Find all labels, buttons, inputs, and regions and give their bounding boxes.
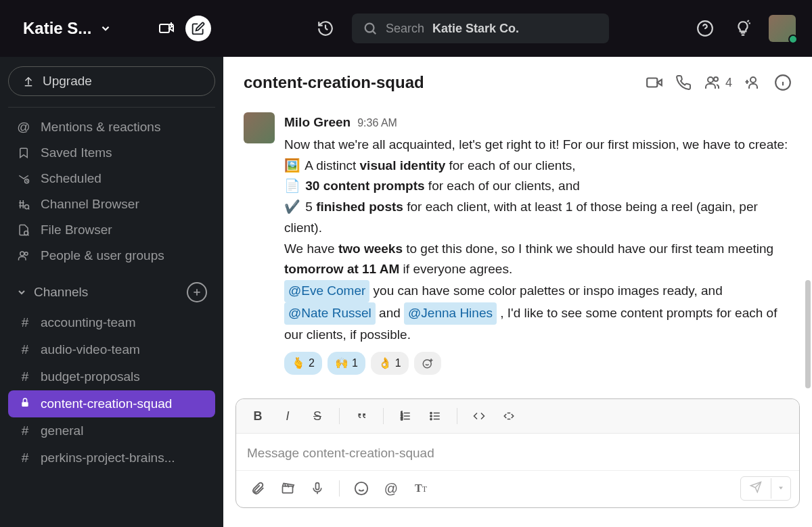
check-emoji: ✔️ (284, 197, 302, 218)
svg-point-13 (25, 205, 29, 209)
reaction-emoji: 👌 (378, 354, 392, 372)
nav-file-browser[interactable]: File Browser (8, 217, 215, 243)
quote-button[interactable] (348, 405, 375, 428)
strike-button[interactable]: S (304, 405, 331, 428)
hash-icon: # (19, 423, 31, 438)
nav-saved[interactable]: Saved Items (8, 140, 215, 166)
member-count: 4 (725, 76, 732, 90)
composer: B I S 123 Message content-creation-squad (235, 398, 800, 508)
send-options-button[interactable] (771, 478, 790, 499)
channel-content-creation-squad[interactable]: content-creation-squad (8, 390, 215, 417)
reaction[interactable]: 👌1 (371, 352, 409, 375)
upgrade-button[interactable]: Upgrade (8, 66, 215, 96)
video-plus-icon (158, 20, 175, 37)
channel-label: general (41, 423, 83, 438)
video-call-button[interactable] (646, 74, 663, 91)
history-icon (317, 20, 334, 37)
formatting-toggle-button[interactable]: TT (407, 477, 434, 500)
svg-line-23 (325, 28, 328, 30)
separator (383, 408, 384, 424)
svg-rect-21 (22, 402, 28, 407)
scrollbar-thumb[interactable] (805, 280, 811, 388)
nav-people[interactable]: People & user groups (8, 243, 215, 269)
message-list[interactable]: Milo Green 9:36 AM Now that we're all ac… (223, 104, 812, 398)
bold-button[interactable]: B (244, 405, 271, 428)
channel-budget-proposals[interactable]: #budget-proposals (8, 363, 215, 390)
reaction[interactable]: 🫰2 (284, 352, 322, 375)
new-message-button[interactable] (185, 16, 211, 41)
nav-scheduled[interactable]: Scheduled (8, 166, 215, 191)
message-avatar[interactable] (244, 112, 275, 143)
mention-nate[interactable]: @Nate Russel (284, 302, 376, 325)
svg-rect-30 (647, 78, 657, 87)
code-icon (472, 410, 486, 422)
hash-icon: # (19, 369, 31, 384)
emoji-button[interactable] (348, 477, 375, 500)
ol-icon: 123 (399, 410, 412, 422)
help-icon (696, 20, 714, 37)
italic-button[interactable]: I (274, 405, 301, 428)
channel-label: content-creation-squad (41, 396, 172, 411)
audio-clip-button[interactable] (304, 477, 331, 500)
add-reaction-button[interactable] (414, 352, 441, 375)
channel-title[interactable]: content-creation-squad (244, 73, 633, 92)
workspace-name: Katie S... (23, 19, 91, 38)
channel-accounting-team[interactable]: #accounting-team (8, 309, 215, 336)
separator (339, 480, 340, 497)
channel-perkins-project-brains...[interactable]: #perkins-project-brains... (8, 444, 215, 472)
mention-eve[interactable]: @Eve Comer (284, 280, 369, 302)
message-text: Now that we're all acquainted, let's get… (284, 135, 792, 346)
code-button[interactable] (466, 405, 493, 428)
workspace-header: Katie S... (0, 0, 223, 57)
add-channel-button[interactable] (187, 282, 207, 302)
reaction-emoji: 🫰 (292, 354, 305, 372)
ordered-list-button[interactable]: 123 (392, 405, 419, 428)
paperclip-icon (250, 481, 265, 496)
attach-button[interactable] (244, 477, 271, 500)
caret-down-icon (777, 484, 785, 492)
video-clip-button[interactable] (274, 477, 301, 500)
video-icon (646, 74, 663, 91)
nav-channel-browser[interactable]: Channel Browser (8, 191, 215, 217)
workspace-switcher[interactable]: Katie S... (23, 19, 148, 38)
page-emoji: 📄 (284, 176, 302, 197)
search-icon (363, 21, 378, 36)
reaction[interactable]: 🙌1 (328, 352, 365, 375)
reaction-emoji: 🙌 (335, 354, 348, 372)
add-people-button[interactable] (744, 74, 762, 91)
scheduled-icon (16, 173, 31, 185)
channel-general[interactable]: #general (8, 417, 215, 444)
user-avatar[interactable] (769, 15, 796, 42)
send-button[interactable] (741, 477, 771, 500)
help-button[interactable] (693, 16, 717, 41)
upload-icon (22, 75, 35, 87)
message-author[interactable]: Milo Green (284, 112, 351, 133)
mention-button[interactable]: @ (378, 477, 405, 500)
members-button[interactable]: 4 (704, 74, 732, 91)
codeblock-icon (502, 410, 516, 422)
svg-line-28 (748, 20, 749, 22)
codeblock-button[interactable] (495, 405, 522, 428)
huddle-button[interactable] (154, 16, 179, 41)
svg-line-16 (28, 235, 29, 236)
unordered-list-button[interactable] (422, 405, 449, 428)
phone-call-button[interactable] (675, 74, 692, 91)
nav-mentions[interactable]: @ Mentions & reactions (8, 114, 215, 140)
mention-jenna[interactable]: @Jenna Hines (404, 302, 497, 325)
sidebar-scroll[interactable]: Upgrade @ Mentions & reactions Saved Ite… (0, 57, 223, 527)
svg-line-8 (27, 181, 28, 182)
channel-audio-video-team[interactable]: #audio-video-team (8, 336, 215, 363)
plus-icon (191, 287, 202, 298)
message-input[interactable]: Message content-creation-squad (236, 434, 799, 470)
whats-new-button[interactable] (731, 16, 755, 41)
search-bar[interactable]: Search Katie Stark Co. (352, 14, 609, 43)
picture-emoji: 🖼️ (284, 156, 302, 177)
reaction-count: 1 (352, 354, 358, 372)
channels-section-header[interactable]: Channels (8, 269, 215, 309)
reaction-count: 1 (395, 354, 401, 372)
svg-rect-59 (283, 486, 293, 493)
history-button[interactable] (313, 16, 338, 41)
divider (8, 107, 215, 108)
topbar: Search Katie Stark Co. (223, 0, 812, 57)
channel-details-button[interactable] (774, 74, 792, 91)
